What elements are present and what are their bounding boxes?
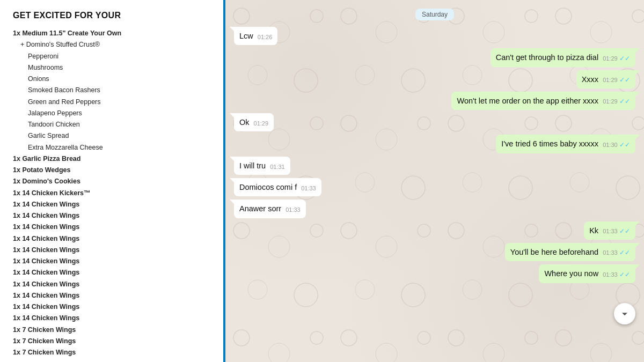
message-text: Ok [239, 118, 250, 127]
sent-bubble: You'll be here beforehand01:33 ✓✓ [505, 243, 635, 261]
message-time: 01:31 [270, 164, 285, 170]
order-list-item: 1x 14 Chicken Wings [13, 267, 213, 278]
order-heading: GET EXCITED FOR YOUR [13, 11, 213, 20]
message-ticks: ✓✓ [618, 271, 630, 278]
chat-messages-container[interactable]: SaturdayLcw01:26Can't get through to piz… [225, 0, 644, 362]
order-list-item: 1x 14 Chicken Wings [13, 279, 213, 290]
message-text: Kk [589, 226, 598, 235]
sent-bubble: Won't let me order on the app either xxx… [451, 92, 635, 110]
chevron-down-icon [619, 308, 630, 319]
message-text: I will tru [239, 161, 266, 170]
message-time: 01:29 ✓✓ [603, 98, 630, 105]
message-time: 01:33 ✓✓ [603, 249, 630, 256]
order-list-item: 1x 14 Chicken Kickers™ [13, 188, 213, 199]
order-list-item: 1x 14 Chicken Wings [13, 233, 213, 245]
order-list-item: 1x Garlic Pizza Bread [13, 153, 213, 165]
scroll-down-button[interactable] [614, 303, 635, 324]
order-list-item: 1x 14 Chicken Wings [13, 313, 213, 324]
message-ticks: ✓✓ [618, 98, 630, 105]
order-list-item: 1x 14 Chicken Wings [13, 256, 213, 267]
order-items-list: 1x Medium 11.5" Create Your Own+ Domino'… [13, 28, 213, 358]
received-bubble: Anawer sorr01:33 [234, 200, 306, 218]
message-time: 01:29 [254, 120, 269, 127]
received-bubble: Domiocos comi f01:33 [234, 178, 321, 196]
message-row: Won't let me order on the app either xxx… [234, 92, 635, 110]
order-list-item: Garlic Spread [13, 130, 213, 142]
order-list-item: 1x Domino's Cookies [13, 176, 213, 187]
message-text: Where you now [544, 269, 598, 278]
message-ticks: ✓✓ [618, 55, 630, 62]
message-row: You'll be here beforehand01:33 ✓✓ [234, 243, 635, 261]
order-list-item: 1x 7 Chicken Wings [13, 347, 213, 358]
message-time: 01:33 ✓✓ [603, 228, 630, 234]
sent-bubble: I've tried 6 times baby xxxxx01:30 ✓✓ [496, 135, 635, 153]
message-time: 01:33 ✓✓ [603, 271, 630, 278]
order-list-item: 1x 14 Chicken Wings [13, 245, 213, 256]
order-list-item: Tandoori Chicken [13, 119, 213, 130]
message-row: Domiocos comi f01:33 [234, 178, 635, 196]
message-row: Lcw01:26 [234, 27, 635, 45]
message-row: Can't get through to pizza dial01:29 ✓✓ [234, 48, 635, 67]
date-badge: Saturday [415, 9, 454, 20]
sent-bubble: Kk01:33 ✓✓ [584, 221, 635, 240]
message-time: 01:30 ✓✓ [603, 142, 630, 148]
message-time: 01:29 ✓✓ [603, 55, 630, 62]
order-list-item: Mushrooms [13, 62, 213, 73]
order-list-item: 1x Potato Wedges [13, 165, 213, 176]
message-row: Ok01:29 [234, 113, 635, 131]
order-list-item: 1x 7 Chicken Wings [13, 336, 213, 347]
order-list-item: 1x 14 Chicken Wings [13, 290, 213, 301]
message-row: I've tried 6 times baby xxxxx01:30 ✓✓ [234, 135, 635, 153]
order-list-item: + Domino's Stuffed Crust® [13, 39, 213, 50]
order-list-item: Onions [13, 73, 213, 85]
order-list-item: Extra Mozzarella Cheese [13, 142, 213, 153]
message-ticks: ✓✓ [618, 76, 630, 84]
order-list-item: 1x Medium 11.5" Create Your Own [13, 28, 213, 39]
message-text: Domiocos comi f [239, 183, 297, 191]
message-time: 01:33 [301, 185, 316, 191]
chat-panel: SaturdayLcw01:26Can't get through to piz… [225, 0, 644, 362]
order-list-item: Pepperoni [13, 51, 213, 62]
sent-bubble: Where you now01:33 ✓✓ [539, 264, 635, 283]
message-text: Won't let me order on the app either xxx… [457, 97, 598, 105]
message-text: I've tried 6 times baby xxxxx [501, 139, 598, 148]
message-ticks: ✓✓ [618, 249, 630, 256]
order-list-item: 1x 14 Chicken Wings [13, 210, 213, 221]
message-ticks: ✓✓ [618, 227, 630, 235]
message-ticks: ✓✓ [618, 141, 630, 149]
order-list-item: Jalapeno Peppers [13, 108, 213, 119]
message-text: Lcw [239, 32, 253, 40]
message-row: Xxxx01:29 ✓✓ [234, 70, 635, 88]
order-list-item: 1x 7 Chicken Wings [13, 324, 213, 336]
message-time: 01:29 ✓✓ [603, 77, 630, 83]
message-text: Xxxx [582, 75, 598, 84]
message-time: 01:33 [286, 206, 301, 213]
order-list-item: Green and Red Peppers [13, 97, 213, 108]
message-row: Kk01:33 ✓✓ [234, 221, 635, 240]
message-row: Anawer sorr01:33 [234, 200, 635, 218]
received-bubble: I will tru01:31 [234, 157, 290, 175]
message-text: You'll be here beforehand [510, 248, 598, 256]
message-time: 01:26 [258, 34, 273, 40]
order-list-item: Smoked Bacon Rashers [13, 85, 213, 96]
message-text: Can't get through to pizza dial [496, 53, 598, 62]
received-bubble: Ok01:29 [234, 113, 274, 131]
sent-bubble: Xxxx01:29 ✓✓ [576, 70, 635, 88]
order-panel: GET EXCITED FOR YOUR 1x Medium 11.5" Cre… [0, 0, 225, 362]
order-list-item: 1x 14 Chicken Wings [13, 199, 213, 210]
message-row: I will tru01:31 [234, 157, 635, 175]
message-row: Where you now01:33 ✓✓ [234, 264, 635, 283]
message-text: Anawer sorr [239, 204, 281, 213]
received-bubble: Lcw01:26 [234, 27, 277, 45]
order-list-item: 1x 14 Chicken Wings [13, 221, 213, 233]
sent-bubble: Can't get through to pizza dial01:29 ✓✓ [491, 48, 635, 67]
order-list-item: 1x 14 Chicken Wings [13, 301, 213, 313]
